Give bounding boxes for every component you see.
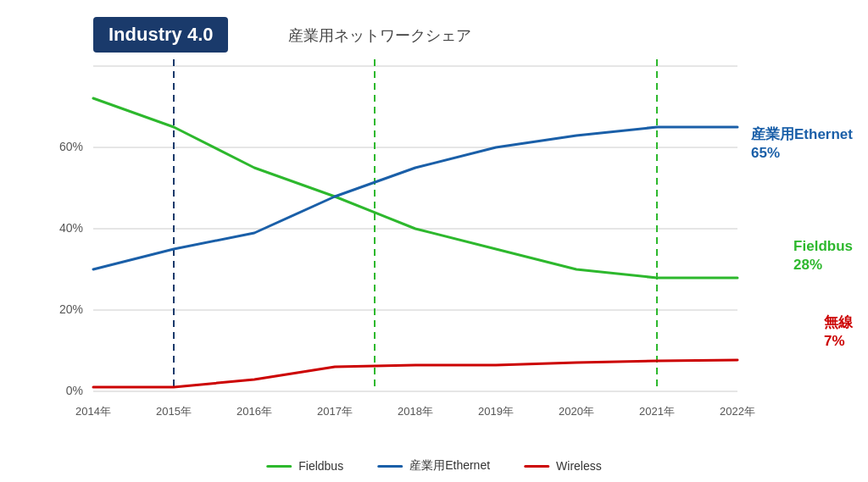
svg-text:2016年: 2016年 bbox=[236, 405, 272, 418]
wireless-label: 無線 7% bbox=[824, 313, 853, 351]
svg-text:2018年: 2018年 bbox=[398, 405, 433, 418]
svg-text:2017年: 2017年 bbox=[317, 405, 353, 418]
svg-text:2020年: 2020年 bbox=[559, 405, 594, 418]
fieldbus-label: Fieldbus 28% bbox=[793, 237, 853, 274]
chart-subtitle: 産業用ネットワークシェア bbox=[288, 25, 471, 46]
ethernet-line-icon bbox=[377, 465, 403, 468]
svg-text:60%: 60% bbox=[59, 140, 83, 153]
legend-fieldbus: Fieldbus bbox=[266, 458, 343, 474]
legend-ethernet: 産業用Ethernet bbox=[377, 458, 490, 474]
legend-wireless-label: Wireless bbox=[556, 459, 602, 473]
svg-text:2015年: 2015年 bbox=[156, 405, 192, 418]
fieldbus-line-icon bbox=[266, 465, 292, 468]
svg-text:20%: 20% bbox=[59, 302, 83, 316]
main-chart: 80% 60% 40% 20% 0% 2014年 2015年 2016年 201… bbox=[51, 59, 788, 432]
legend-fieldbus-label: Fieldbus bbox=[298, 459, 343, 473]
wireless-line-icon bbox=[524, 465, 549, 468]
chart-container: Industry 4.0 産業用ネットワークシェア 産業用Ethernet 65… bbox=[0, 0, 868, 482]
svg-text:0%: 0% bbox=[66, 384, 83, 397]
chart-legend: Fieldbus 産業用Ethernet Wireless bbox=[266, 458, 602, 474]
legend-wireless: Wireless bbox=[524, 458, 602, 474]
industry-badge: Industry 4.0 bbox=[93, 17, 228, 53]
svg-text:2022年: 2022年 bbox=[720, 405, 755, 418]
svg-text:2019年: 2019年 bbox=[478, 405, 514, 418]
svg-text:2014年: 2014年 bbox=[75, 405, 111, 418]
svg-text:40%: 40% bbox=[59, 221, 83, 235]
svg-text:2021年: 2021年 bbox=[639, 405, 675, 418]
legend-ethernet-label: 産業用Ethernet bbox=[409, 458, 490, 474]
